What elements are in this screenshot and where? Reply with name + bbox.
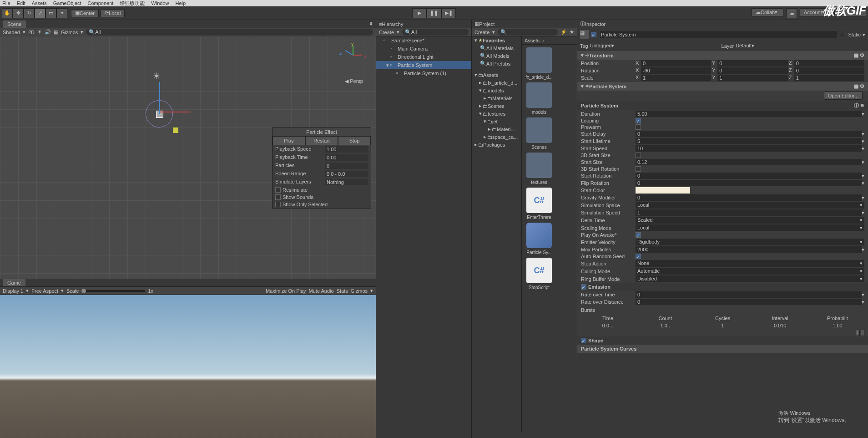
pause-button[interactable]: ❚❚ (427, 8, 441, 18)
pe-field[interactable]: Nothing (325, 179, 368, 185)
menu-help[interactable]: Help (175, 0, 186, 6)
active-checkbox[interactable]: ✓ (591, 32, 596, 37)
scale-tool[interactable]: ⤢ (35, 8, 45, 18)
particle-stop-button[interactable]: Stop (338, 136, 371, 145)
menu-edit[interactable]: Edit (17, 0, 25, 6)
game-gizmos-dropdown[interactable]: Gizmos (351, 288, 368, 294)
2d-toggle[interactable]: 2D (28, 30, 35, 35)
asset-item[interactable]: textures (525, 153, 554, 185)
favorite-item[interactable]: 🔍 All Prefabs (472, 60, 521, 67)
transform-header[interactable]: ▾ ⊹ Transform▦ ⚙ (577, 51, 868, 60)
game-tab[interactable]: Game (3, 279, 25, 286)
project-tree-item[interactable]: ▸🗀 Materials (472, 94, 521, 102)
layer-dropdown[interactable]: Default▾ (736, 43, 865, 49)
project-create[interactable]: Create (474, 30, 490, 35)
fx-icon[interactable]: ▦ (54, 29, 58, 35)
light-icon[interactable]: ☀ (37, 29, 42, 35)
scene-search[interactable]: 🔍All (86, 29, 373, 36)
hierarchy-item[interactable]: ▾▫Particle System (376, 61, 471, 69)
mute-toggle[interactable]: Mute Audio (309, 288, 334, 294)
hierarchy-item[interactable]: ▫Particle System (1) (376, 69, 471, 77)
curves-header[interactable]: Particle System Curves (577, 345, 868, 353)
hierarchy-search[interactable]: 🔍All (402, 29, 469, 36)
emission-module[interactable]: ✓Emission (577, 283, 868, 291)
project-tree-item[interactable]: ▸🗀 fx_article_d... (472, 79, 521, 87)
rate-over-time-field[interactable]: 0 (636, 291, 862, 298)
asset-item[interactable]: C#StopScript (525, 258, 554, 290)
hierarchy-item[interactable]: ▫Directional Light (376, 53, 471, 61)
maximize-toggle[interactable]: Maximize On Play (266, 288, 306, 294)
add-burst-button[interactable]: + (856, 330, 859, 336)
pe-field[interactable]: 1.00 (325, 146, 368, 153)
project-tree-item[interactable]: ▾🗀 textures (472, 110, 521, 117)
move-tool[interactable]: ✥ (13, 8, 24, 18)
particle-restart-button[interactable]: Restart (305, 136, 338, 145)
pe-checkbox[interactable] (275, 194, 281, 200)
play-button[interactable]: ▶ (412, 8, 427, 18)
shading-mode[interactable]: Shaded (3, 30, 20, 35)
collab-dropdown[interactable]: ☁ Collab ▾ (752, 8, 783, 16)
menu-file[interactable]: File (2, 0, 10, 6)
project-tree-item[interactable]: ▾🗀 jet (472, 117, 521, 125)
pe-checkbox[interactable] (275, 202, 281, 207)
remove-burst-button[interactable]: − (861, 330, 864, 336)
stats-toggle[interactable]: Stats (337, 288, 348, 294)
aspect-dropdown[interactable]: Free Aspect (31, 288, 58, 294)
display-dropdown[interactable]: Display 1 (3, 288, 23, 294)
tag-dropdown[interactable]: Untagged▾ (590, 43, 720, 49)
particle-play-button[interactable]: Play (273, 136, 305, 145)
pe-field[interactable]: 0 (325, 163, 368, 169)
asset-item[interactable]: Particle Sy... (525, 223, 554, 255)
asset-item[interactable]: models (525, 82, 554, 115)
project-search[interactable]: 🔍 (498, 29, 558, 36)
static-checkbox[interactable] (839, 32, 844, 37)
project-tree-item[interactable]: ▸🗀 Materi... (472, 125, 521, 133)
hierarchy-create[interactable]: Create (379, 30, 394, 35)
space-toggle[interactable]: ⟳ Local (101, 9, 125, 17)
rotate-tool[interactable]: ↻ (24, 8, 35, 18)
pe-field[interactable]: 0.0 - 0.0 (325, 171, 368, 177)
favorite-item[interactable]: 🔍 All Models (472, 52, 521, 60)
project-tree-item[interactable]: ▸🗀 Scenes (472, 102, 521, 110)
project-tree-item[interactable]: ▸🗀 space_ca... (472, 133, 521, 141)
open-editor-button[interactable]: Open Editor... (824, 92, 863, 100)
rect-tool[interactable]: ▭ (45, 8, 56, 18)
shape-module[interactable]: ✓Shape (577, 336, 868, 345)
menu-window[interactable]: Window (151, 0, 169, 6)
gizmos-dropdown[interactable]: Gizmos (61, 30, 78, 35)
step-button[interactable]: ▶❚ (441, 8, 456, 18)
pivot-toggle[interactable]: ▣ Center (71, 9, 99, 17)
hierarchy-item[interactable]: ▫Main Camera (376, 45, 471, 53)
breadcrumb[interactable]: Assets (525, 38, 540, 43)
scene-viewport[interactable]: x y z ◀ Persp ☀ Particle Effect Play Res… (0, 36, 376, 279)
persp-label[interactable]: ◀ Persp (345, 78, 363, 84)
asset-item[interactable]: C#EnterThrere (525, 188, 554, 220)
project-tree-item[interactable]: ▾🗀 models (472, 87, 521, 94)
audio-icon[interactable]: 🔊 (45, 29, 51, 35)
cloud-icon[interactable]: ☁ (786, 8, 797, 18)
pe-checkbox[interactable] (275, 187, 281, 193)
particle-system-header[interactable]: ▾ ✦ Particle System▦ ⚙ (577, 82, 868, 91)
ps-main-module[interactable]: Particle Systemⓘ ⊕ (577, 101, 868, 110)
transform-tool[interactable]: ✦ (56, 8, 67, 18)
menu-assets[interactable]: Assets (32, 0, 47, 6)
rate-over-distance-field[interactable]: 0 (636, 299, 862, 305)
hierarchy-item[interactable]: ▫SampleScene* (376, 36, 471, 45)
menu-gameobject[interactable]: GameObject (53, 0, 81, 6)
menu-增强版功能[interactable]: 增强版功能 (120, 0, 145, 7)
orientation-gizmo[interactable]: x y z (339, 41, 367, 68)
project-tree-item[interactable]: ▾🗀 Assets (472, 71, 521, 79)
scene-tab[interactable]: Scene (3, 20, 26, 28)
gameobject-name-field[interactable] (600, 31, 837, 38)
favorite-item[interactable]: 🔍 All Materials (472, 44, 521, 52)
asset-item[interactable]: Scenes (525, 117, 554, 150)
start-color-swatch[interactable] (636, 187, 690, 194)
project-tree-item[interactable]: ▸🗀 Packages (472, 141, 521, 148)
pe-field[interactable]: 0.00 (325, 154, 368, 161)
save-search-icon[interactable]: ★ (570, 29, 574, 35)
favorites-header[interactable]: ▾★ Favorites (472, 36, 521, 44)
menu-component[interactable]: Component (87, 0, 113, 6)
hand-tool[interactable]: ✋ (2, 8, 13, 18)
asset-item[interactable]: fx_article_d... (525, 47, 554, 80)
filter-icon[interactable]: ⚡ (560, 29, 567, 35)
